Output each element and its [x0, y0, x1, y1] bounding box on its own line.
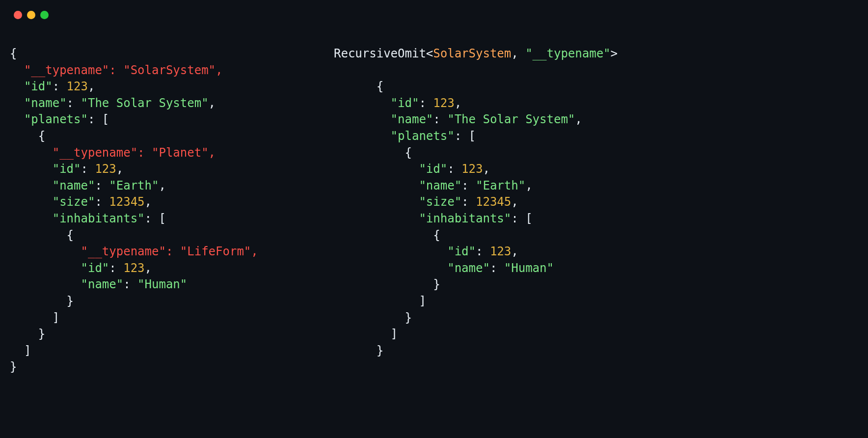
code-token: {: [334, 80, 383, 93]
after-line: "size": 12345,: [334, 194, 858, 211]
code-token: :: [123, 277, 137, 291]
code-token: [10, 277, 81, 291]
code-token: "name": [447, 261, 490, 275]
after-line: "planets": [: [334, 128, 858, 145]
after-line: "id": 123,: [334, 244, 858, 260]
code-token: ,: [145, 195, 152, 209]
code-token: ,: [455, 96, 461, 110]
code-token: "planets": [24, 112, 88, 126]
code-token: :: [490, 261, 504, 275]
code-token: :: [95, 179, 109, 192]
code-token: :: [433, 112, 447, 126]
code-token: 123: [67, 80, 88, 93]
before-line: "name": "Earth",: [10, 178, 334, 194]
code-token: [334, 245, 447, 258]
window-traffic-lights: [0, 0, 868, 19]
code-token: 123: [433, 96, 454, 110]
before-line: "inhabitants": [: [10, 211, 334, 227]
code-token: [10, 162, 53, 176]
after-line: "name": "The Solar System",: [334, 111, 858, 128]
code-token: 123: [461, 162, 483, 176]
code-token: "id": [24, 80, 53, 93]
code-token: "inhabitants": [53, 212, 145, 225]
code-token: "name": [24, 96, 67, 110]
code-token: }: [334, 344, 383, 357]
code-token: "__typename": "SolarSystem",: [10, 63, 222, 77]
code-token: [334, 162, 419, 176]
code-token: ,: [511, 47, 525, 60]
after-line: ]: [334, 293, 858, 310]
code-token: [334, 212, 419, 225]
code-token: "id": [81, 261, 109, 275]
code-token: [334, 112, 391, 126]
code-token: "name": [81, 277, 124, 291]
after-line: {: [334, 227, 858, 244]
code-after: RecursiveOmit<SolarSystem, "__typename">…: [334, 46, 858, 376]
before-line: {: [10, 227, 334, 244]
code-token: [334, 129, 391, 143]
code-token: {: [334, 228, 440, 242]
code-token: {: [334, 146, 412, 160]
before-line: "__typename": "SolarSystem",: [10, 62, 334, 79]
code-token: RecursiveOmit: [334, 47, 426, 60]
code-token: [334, 261, 447, 275]
code-token: "The Solar System": [447, 112, 575, 126]
code-token: ]: [334, 294, 426, 308]
code-token: ]: [10, 344, 31, 357]
minimize-icon[interactable]: [27, 11, 35, 19]
code-token: 123: [95, 162, 116, 176]
before-line: "id": 123,: [10, 79, 334, 95]
code-token: [10, 212, 53, 225]
code-token: "The Solar System": [81, 96, 209, 110]
code-token: : [: [145, 212, 166, 225]
code-token: }: [10, 360, 17, 374]
zoom-icon[interactable]: [40, 11, 49, 19]
before-line: {: [10, 128, 334, 145]
code-token: {: [10, 228, 74, 242]
close-icon[interactable]: [14, 11, 22, 19]
code-token: "Earth": [109, 179, 159, 192]
before-line: "size": 12345,: [10, 194, 334, 211]
code-token: ]: [334, 327, 398, 341]
before-line: ]: [10, 343, 334, 359]
code-token: ,: [511, 195, 518, 209]
code-token: : [: [455, 129, 476, 143]
after-line: "inhabitants": [: [334, 211, 858, 227]
after-line: }: [334, 276, 858, 293]
code-token: :: [109, 261, 123, 275]
code-token: ,: [575, 112, 582, 126]
code-token: "Earth": [476, 179, 525, 192]
code-token: "name": [419, 179, 461, 192]
code-token: :: [447, 162, 461, 176]
code-token: :: [95, 195, 109, 209]
code-token: "id": [391, 96, 419, 110]
after-line: ]: [334, 326, 858, 343]
code-token: <: [426, 47, 433, 60]
code-token: }: [10, 294, 74, 308]
code-token: :: [461, 179, 476, 192]
code-token: "name": [53, 179, 95, 192]
code-token: "size": [419, 195, 461, 209]
before-line: "__typename": "Planet",: [10, 145, 334, 162]
code-token: "id": [53, 162, 81, 176]
after-line: "id": 123,: [334, 161, 858, 178]
before-line: "planets": [: [10, 111, 334, 128]
after-line: "id": 123,: [334, 95, 858, 112]
after-line: {: [334, 145, 858, 162]
code-token: "__typename": "LifeForm",: [10, 245, 258, 258]
code-token: ,: [483, 162, 489, 176]
code-token: 123: [490, 245, 511, 258]
before-line: }: [10, 326, 334, 343]
code-token: "inhabitants": [419, 212, 511, 225]
before-line: "id": 123,: [10, 260, 334, 277]
code-token: "planets": [391, 129, 455, 143]
code-token: [10, 112, 24, 126]
code-token: 12345: [109, 195, 144, 209]
code-token: [10, 261, 81, 275]
after-line: "name": "Earth",: [334, 178, 858, 194]
code-token: SolarSystem: [433, 47, 511, 60]
code-before: { "__typename": "SolarSystem", "id": 123…: [10, 46, 334, 376]
code-token: ,: [159, 179, 165, 192]
code-token: {: [10, 129, 45, 143]
code-token: {: [10, 47, 17, 60]
